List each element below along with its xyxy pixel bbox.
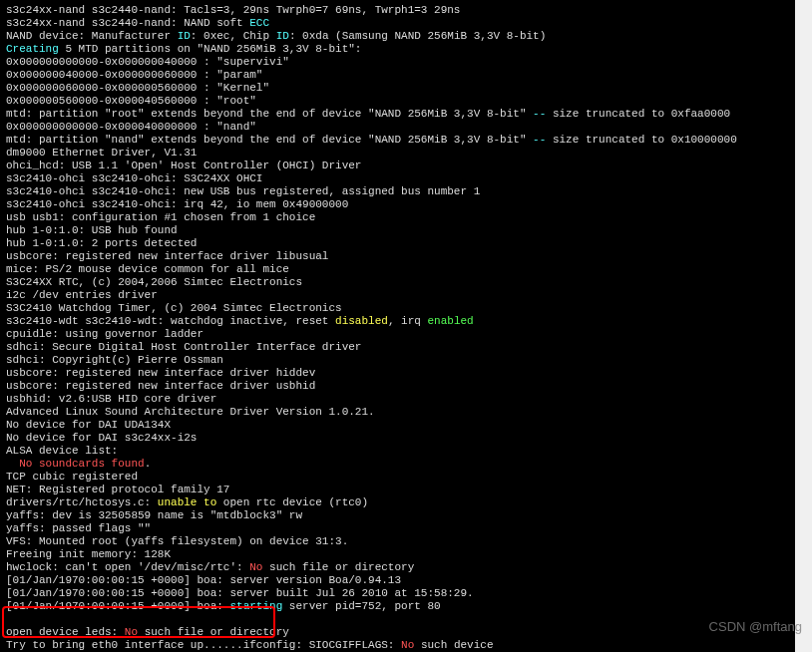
terminal-line: cpuidle: using governor ladder	[6, 328, 789, 341]
terminal-output[interactable]: s3c24xx-nand s3c2440-nand: Tacls=3, 29ns…	[0, 0, 795, 652]
text-segment: ohci_hcd: USB 1.1 'Open' Host Controller…	[6, 160, 361, 171]
text-segment: [01/Jan/1970:00:00:15 +0000] boa: server…	[6, 587, 474, 599]
text-segment: No	[249, 561, 262, 573]
terminal-line: mice: PS/2 mouse device common for all m…	[6, 263, 789, 276]
terminal-line: open device leds: No such file or direct…	[6, 626, 789, 639]
terminal-line: s3c2410-ohci s3c2410-ohci: S3C24XX OHCI	[6, 172, 789, 185]
text-segment: .	[145, 458, 152, 470]
text-segment: hub 1-0:1.0: 2 ports detected	[6, 237, 197, 249]
terminal-line: hub 1-0:1.0: USB hub found	[6, 224, 789, 237]
text-segment: Freeing init memory: 128K	[6, 548, 171, 560]
text-segment: dm9000 Ethernet Driver, V1.31	[6, 147, 197, 159]
terminal-line: usbcore: registered new interface driver…	[6, 250, 789, 263]
text-segment: : 0xec, Chip	[191, 30, 276, 42]
terminal-line: i2c /dev entries driver	[6, 289, 789, 302]
terminal-line	[6, 613, 789, 626]
text-segment: drivers/rtc/hctosys.c:	[6, 496, 158, 508]
text-segment: s3c24xx-nand s3c2440-nand: Tacls=3, 29ns…	[6, 4, 460, 16]
text-segment: NAND device: Manufacturer	[6, 30, 178, 42]
text-segment: open device leds:	[6, 626, 125, 638]
text-segment: usbcore: registered new interface driver…	[6, 380, 315, 392]
text-segment: disabled	[335, 315, 388, 327]
text-segment: ECC	[249, 17, 269, 29]
text-segment: No device for DAI s3c24xx-i2s	[6, 432, 197, 444]
text-segment: sdhci: Copyright(c) Pierre Ossman	[6, 354, 223, 366]
terminal-line: drivers/rtc/hctosys.c: unable to open rt…	[6, 496, 789, 509]
terminal-line: 0x000000000000-0x000000040000 : "supervi…	[6, 56, 789, 69]
text-segment: size truncated to 0xfaa0000	[546, 108, 730, 120]
text-segment: 0x000000000000-0x000040000000 : "nand"	[6, 121, 256, 133]
text-segment: s3c24xx-nand s3c2440-nand: NAND soft	[6, 17, 249, 29]
terminal-line: No soundcards found.	[6, 458, 789, 471]
text-segment: hub 1-0:1.0: USB hub found	[6, 224, 178, 236]
terminal-line: 0x000000000000-0x000040000000 : "nand"	[6, 121, 789, 134]
text-segment: NET: Registered protocol family 17	[6, 484, 229, 495]
text-segment: No soundcards found	[19, 458, 144, 470]
text-segment: open rtc device (rtc0)	[216, 496, 368, 508]
terminal-line: VFS: Mounted root (yaffs filesystem) on …	[6, 535, 789, 548]
text-segment: No	[401, 639, 414, 651]
text-segment: VFS: Mounted root (yaffs filesystem) on …	[6, 535, 348, 547]
terminal-line: S3C24XX RTC, (c) 2004,2006 Simtec Electr…	[6, 276, 789, 289]
terminal-line: hub 1-0:1.0: 2 ports detected	[6, 237, 789, 250]
terminal-line: usb usb1: configuration #1 chosen from 1…	[6, 211, 789, 224]
terminal-line: mtd: partition "root" extends beyond the…	[6, 108, 789, 121]
terminal-line: ALSA device list:	[6, 445, 789, 458]
text-segment: yaffs: dev is 32505859 name is "mtdblock…	[6, 509, 302, 521]
text-segment: Try to bring eth0 interface up......ifco…	[6, 639, 401, 651]
text-segment: yaffs: passed flags ""	[6, 522, 151, 534]
terminal-line: No device for DAI s3c24xx-i2s	[6, 432, 789, 445]
terminal-line: Try to bring eth0 interface up......ifco…	[6, 639, 789, 652]
terminal-line: S3C2410 Watchdog Timer, (c) 2004 Simtec …	[6, 302, 789, 315]
text-segment: : 0xda (Samsung NAND 256MiB 3,3V 8-bit)	[289, 30, 546, 42]
text-segment: s3c2410-ohci s3c2410-ohci: irq 42, io me…	[6, 198, 348, 210]
text-segment: 5 MTD partitions on "NAND 256MiB 3,3V 8-…	[59, 43, 362, 55]
terminal-line: s3c24xx-nand s3c2440-nand: Tacls=3, 29ns…	[6, 4, 789, 17]
text-segment: S3C2410 Watchdog Timer, (c) 2004 Simtec …	[6, 302, 342, 314]
text-segment: --	[533, 134, 546, 146]
text-segment: unable to	[158, 496, 216, 508]
terminal-line: sdhci: Copyright(c) Pierre Ossman	[6, 354, 789, 367]
text-segment: ALSA device list:	[6, 445, 118, 457]
text-segment: enabled	[427, 315, 473, 327]
terminal-line: usbcore: registered new interface driver…	[6, 367, 789, 380]
text-segment: sdhci: Secure Digital Host Controller In…	[6, 341, 361, 353]
terminal-line: Creating 5 MTD partitions on "NAND 256Mi…	[6, 43, 789, 56]
terminal-line: ohci_hcd: USB 1.1 'Open' Host Controller…	[6, 160, 789, 172]
text-segment: such file or directory	[262, 561, 414, 573]
text-segment: server pid=752, port 80	[282, 600, 440, 612]
text-segment: Creating	[6, 43, 59, 55]
terminal-line: s3c2410-ohci s3c2410-ohci: irq 42, io me…	[6, 198, 789, 211]
terminal-line: [01/Jan/1970:00:00:15 +0000] boa: starti…	[6, 600, 789, 613]
terminal-line: dm9000 Ethernet Driver, V1.31	[6, 147, 789, 160]
text-segment: such file or directory	[138, 626, 289, 638]
text-segment: mtd: partition "nand" extends beyond the…	[6, 134, 533, 146]
text-segment: ID	[276, 30, 289, 42]
terminal-line: TCP cubic registered	[6, 471, 789, 484]
text-segment: 0x000000060000-0x000000560000 : "Kernel"	[6, 82, 269, 94]
text-segment: usbcore: registered new interface driver…	[6, 250, 328, 262]
terminal-line: 0x000000040000-0x000000060000 : "param"	[6, 69, 789, 82]
text-segment: --	[533, 108, 546, 120]
terminal-line: usbhid: v2.6:USB HID core driver	[6, 393, 789, 406]
terminal-line: yaffs: passed flags ""	[6, 522, 789, 535]
text-segment: ID	[178, 30, 191, 42]
terminal-line: 0x000000060000-0x000000560000 : "Kernel"	[6, 82, 789, 95]
text-segment: usb usb1: configuration #1 chosen from 1…	[6, 211, 315, 223]
text-segment: s3c2410-wdt s3c2410-wdt: watchdog inacti…	[6, 315, 335, 327]
text-segment: No	[125, 626, 138, 638]
terminal-line: sdhci: Secure Digital Host Controller In…	[6, 341, 789, 354]
text-segment: hwclock: can't open '/dev/misc/rtc':	[6, 561, 249, 573]
text-segment: 0x000000040000-0x000000060000 : "param"	[6, 69, 262, 81]
terminal-line: [01/Jan/1970:00:00:15 +0000] boa: server…	[6, 587, 789, 600]
terminal-line: s3c2410-wdt s3c2410-wdt: watchdog inacti…	[6, 315, 789, 328]
terminal-line: NAND device: Manufacturer ID: 0xec, Chip…	[6, 30, 789, 43]
text-segment: such device	[414, 639, 493, 651]
text-segment: usbcore: registered new interface driver…	[6, 367, 315, 379]
text-segment: 0x000000560000-0x000040560000 : "root"	[6, 95, 256, 107]
terminal-line: No device for DAI UDA134X	[6, 419, 789, 432]
text-segment: starting	[229, 600, 282, 612]
text-segment: size truncated to 0x10000000	[546, 134, 736, 146]
terminal-line: NET: Registered protocol family 17	[6, 484, 789, 496]
text-segment: cpuidle: using governor ladder	[6, 328, 203, 340]
